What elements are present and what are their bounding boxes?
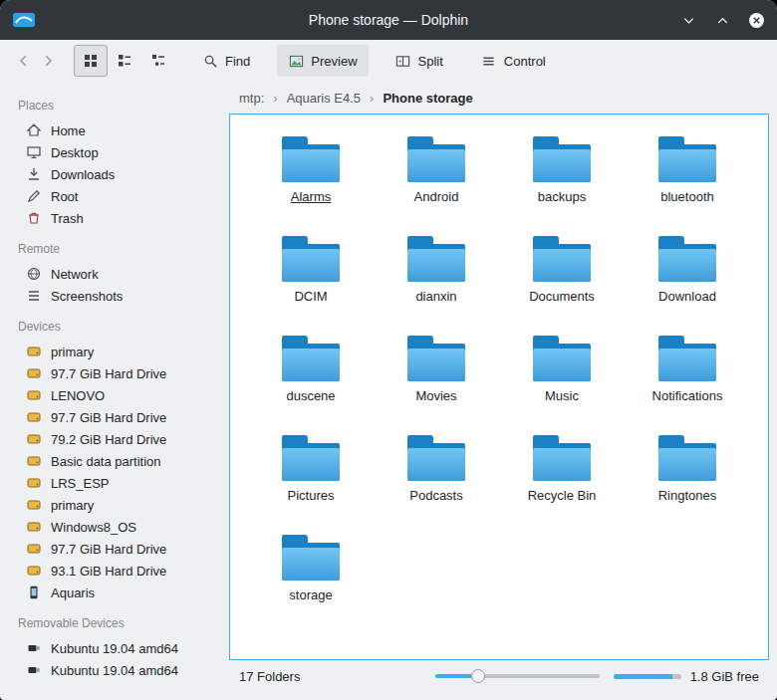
split-button-label: Split [418,54,443,69]
details-view-button[interactable] [141,45,175,77]
folder-icon [282,336,340,381]
section-header-devices: Devices [18,320,221,334]
folder-label: Movies [415,388,456,403]
folder-icon [282,435,340,481]
sidebar-item-network[interactable]: Network [14,263,221,285]
minimize-button[interactable] [679,11,697,29]
sidebar-item-kubuntu-2[interactable]: Kubuntu 19.04 amd64 [14,659,221,681]
folder-icon [533,136,591,182]
sidebar-item-device-lrs-esp[interactable]: LRS_ESP [14,472,221,494]
folder-item-recycle-bin[interactable]: Recycle Bin [499,425,625,521]
folder-label: Ringtones [658,488,717,503]
window-content: Places Home Desktop Downloads Root Trash [0,82,777,700]
folder-item-dianxin[interactable]: dianxin [374,226,499,322]
folder-item-storage[interactable]: storage [248,525,374,620]
sidebar-item-label: LENOVO [51,388,105,403]
folder-item-podcasts[interactable]: Podcasts [374,425,499,521]
folder-label: Download [658,289,716,304]
folder-item-backups[interactable]: backups [499,126,625,222]
sidebar-item-screenshots[interactable]: Screenshots [14,285,221,307]
forward-button[interactable] [36,46,60,76]
folder-grid: Alarms Android backups bluetooth DCIM di… [230,115,768,620]
sidebar-item-trash[interactable]: Trash [14,207,221,229]
control-button-label: Control [504,54,546,69]
sidebar-item-device-hd3[interactable]: 79.2 GiB Hard Drive [14,428,221,450]
folder-icon [658,236,716,282]
drive-icon [26,475,42,491]
drive-icon [26,387,42,403]
title-bar: Phone storage — Dolphin [0,0,777,40]
drive-icon [26,431,42,447]
sidebar-item-device-hd1[interactable]: 97.7 GiB Hard Drive [14,362,221,384]
places-panel: Places Home Desktop Downloads Root Trash [0,82,221,700]
dolphin-app-icon[interactable] [12,10,36,30]
folder-icon [658,136,716,182]
folder-label: Alarms [291,189,331,204]
folder-item-duscene[interactable]: duscene [248,326,374,421]
folder-item-movies[interactable]: Movies [374,326,499,421]
sidebar-item-desktop[interactable]: Desktop [14,141,221,163]
folder-item-dcim[interactable]: DCIM [248,226,374,322]
sidebar-item-label: Network [51,267,99,282]
sidebar-item-device-lenovo[interactable]: LENOVO [14,384,221,406]
sidebar-item-device-basic-data[interactable]: Basic data partition [14,450,221,472]
root-icon [26,188,42,204]
zoom-slider-handle[interactable] [471,669,485,683]
folder-item-android[interactable]: Android [374,126,499,222]
sidebar-item-device-hd5[interactable]: 93.1 GiB Hard Drive [14,560,221,582]
folder-label: storage [289,587,332,602]
breadcrumb-phone-storage[interactable]: Phone storage [383,91,472,106]
breadcrumb-mtp[interactable]: mtp: [239,91,264,106]
sidebar-item-device-primary-2[interactable]: primary [14,494,221,516]
breadcrumb-aquaris[interactable]: Aquaris E4.5 [287,91,361,106]
desktop-icon [26,144,42,160]
sidebar-item-device-hd4[interactable]: 97.7 GiB Hard Drive [14,538,221,560]
zoom-slider[interactable] [435,674,600,678]
drive-icon [26,365,42,381]
icons-view-button[interactable] [74,45,108,77]
compact-view-button[interactable] [108,45,141,77]
folder-count: 17 Folders [239,669,300,684]
folder-item-notifications[interactable]: Notifications [625,326,750,421]
split-button[interactable]: Split [385,45,454,77]
sidebar-item-kubuntu-1[interactable]: Kubuntu 19.04 amd64 [14,637,221,659]
sidebar-item-device-windows8[interactable]: Windows8_OS [14,516,221,538]
sidebar-item-root[interactable]: Root [14,185,221,207]
search-icon [202,53,218,69]
sidebar-item-label: Aquaris [51,585,95,600]
main-column: mtp: › Aquaris E4.5 › Phone storage Alar… [221,82,777,700]
close-button[interactable] [747,11,765,29]
capacity-bar-fill [614,674,673,679]
folder-item-documents[interactable]: Documents [499,226,625,322]
folder-item-music[interactable]: Music [499,326,625,421]
sidebar-item-device-aquaris[interactable]: Aquaris [14,582,221,603]
preview-button[interactable]: Preview [277,45,368,77]
sidebar-item-label: primary [51,498,94,513]
sidebar-item-label: 97.7 GiB Hard Drive [51,366,166,381]
split-view-icon [395,53,411,69]
folder-item-alarms[interactable]: Alarms [248,126,374,222]
sidebar-item-label: Basic data partition [51,454,161,469]
control-button[interactable]: Control [470,45,557,77]
sidebar-item-label: Kubuntu 19.04 amd64 [51,663,178,678]
back-button[interactable] [12,46,36,76]
sidebar-item-label: Trash [51,211,84,226]
folder-item-download[interactable]: Download [625,226,750,322]
sidebar-item-label: 93.1 GiB Hard Drive [51,564,166,579]
folder-label: dianxin [415,289,456,304]
maximize-button[interactable] [713,11,731,29]
sidebar-item-device-primary-1[interactable]: primary [14,341,221,362]
folder-item-ringtones[interactable]: Ringtones [625,425,750,521]
folder-icon [282,535,340,581]
folder-item-bluetooth[interactable]: bluetooth [625,126,750,222]
folder-icon [282,236,340,282]
sidebar-item-home[interactable]: Home [14,119,221,141]
folder-icon [658,435,716,481]
sidebar-item-downloads[interactable]: Downloads [14,163,221,185]
breadcrumb-separator-icon: › [273,91,277,106]
find-button[interactable]: Find [191,45,261,77]
folder-view: Alarms Android backups bluetooth DCIM di… [229,114,769,660]
sidebar-item-device-hd2[interactable]: 97.7 GiB Hard Drive [14,406,221,428]
folder-label: Android [414,189,459,204]
folder-item-pictures[interactable]: Pictures [248,425,374,521]
